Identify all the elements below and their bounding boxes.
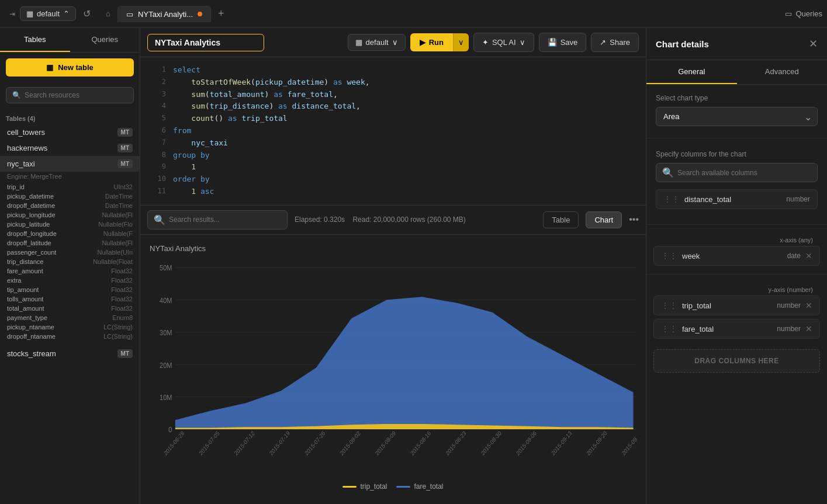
chart-details-tabs: General Advanced	[646, 60, 827, 85]
sql-ai-icon: ✦	[482, 38, 489, 47]
col-type-fare-total: number	[777, 325, 801, 333]
svg-text:10M: 10M	[160, 393, 172, 402]
run-dropdown-button[interactable]: ∨	[453, 33, 469, 51]
editor-area: ▦ default ∨ ▶ Run ∨ ✦ SQL AI ∨ 💾 Save	[140, 28, 646, 504]
table-item-stocks-stream[interactable]: stocks_stream MT	[0, 346, 140, 362]
remove-week-button[interactable]: ✕	[805, 251, 812, 260]
column-pickup-longitude: pickup_longitudeNullable(Fl	[7, 210, 133, 220]
select-chart-type-label: Select chart type	[656, 94, 818, 102]
run-icon: ▶	[420, 38, 425, 47]
col-item-fare-total[interactable]: ⋮⋮ fare_total number ✕	[653, 319, 820, 339]
tables-section-label: Tables (4)	[0, 110, 140, 124]
share-button[interactable]: ↗ Share	[591, 33, 639, 52]
sidebar-tab-tables[interactable]: Tables	[0, 28, 70, 52]
db-selector-toolbar[interactable]: ▦ default ∨	[348, 34, 406, 51]
column-list: trip_idUInt32 pickup_datetimeDateTime dr…	[0, 182, 140, 341]
col-search-icon: 🔍	[662, 167, 674, 178]
table-item-cell-towers[interactable]: cell_towers MT	[0, 124, 140, 140]
db-selector-area: ⇥ ▦ default ⌃ ↺	[5, 6, 98, 22]
share-icon: ↗	[600, 38, 606, 47]
chart-type-select[interactable]: Area Line Bar	[656, 107, 818, 126]
svg-text:2015-08-23: 2015-08-23	[445, 429, 468, 457]
chart-container: NYTaxi Analytics 50M 40M 30M 20M 10M	[140, 235, 646, 504]
save-icon: 💾	[548, 38, 557, 47]
chart-view-button[interactable]: Chart	[586, 211, 622, 228]
col-search-input[interactable]	[677, 169, 811, 177]
new-tab-button[interactable]: +	[212, 4, 230, 23]
code-line-11: 11 1 asc	[140, 186, 646, 198]
column-payment-type: payment_typeEnum8	[7, 313, 133, 322]
home-tab[interactable]: ⌂	[100, 6, 116, 22]
drag-columns-here[interactable]: DRAG COLUMNS HERE	[653, 349, 820, 373]
remove-trip-total-button[interactable]: ✕	[805, 301, 812, 310]
code-line-7: 7 nyc_taxi	[140, 137, 646, 150]
db-name-toolbar: default	[366, 38, 389, 47]
table-item-hackernews[interactable]: hackernews MT	[0, 140, 140, 156]
chart-title: NYTaxi Analytics	[150, 244, 636, 253]
refresh-button[interactable]: ↺	[81, 6, 93, 22]
db-icon: ▦	[26, 9, 33, 18]
db-name: default	[37, 9, 60, 18]
table-badge-hackernews: MT	[117, 144, 133, 152]
svg-text:2015-08-16: 2015-08-16	[409, 429, 432, 457]
share-label: Share	[610, 38, 630, 47]
code-editor[interactable]: 1 select 2 toStartOfWeek(pickup_datetime…	[140, 57, 646, 205]
db-selector[interactable]: ▦ default ⌃	[20, 6, 76, 21]
column-trip-id: trip_idUInt32	[7, 182, 133, 192]
col-item-distance-total[interactable]: ⋮⋮ distance_total number	[656, 189, 818, 209]
col-item-trip-total[interactable]: ⋮⋮ trip_total number ✕	[653, 296, 820, 315]
sql-ai-chevron: ∨	[520, 38, 525, 47]
search-resources-input[interactable]	[25, 91, 127, 99]
search-results-icon: 🔍	[154, 214, 165, 225]
col-name-trip-total: trip_total	[682, 301, 777, 310]
tab-doc-icon: ▭	[126, 10, 133, 19]
sidebar-tabs: Tables Queries	[0, 28, 140, 53]
tab-unsaved-dot	[198, 12, 202, 16]
code-line-1: 1 select	[140, 64, 646, 77]
new-table-label: New table	[58, 63, 94, 72]
search-results-input[interactable]	[169, 215, 281, 224]
chart-details-header: Chart details ✕	[646, 28, 827, 60]
remove-fare-total-button[interactable]: ✕	[805, 324, 812, 333]
queries-button[interactable]: ▭ Queries	[785, 9, 822, 18]
details-tab-general[interactable]: General	[646, 60, 737, 84]
query-title-input[interactable]	[147, 34, 264, 51]
x-axis-label: x-axis (any)	[653, 232, 820, 246]
column-dropoff-latitude: dropoff_latitudeNullable(Fl	[7, 238, 133, 248]
code-line-6: 6 from	[140, 125, 646, 137]
table-item-nyc-taxi[interactable]: nyc_taxi MT	[0, 156, 140, 172]
code-line-5: 5 count() as trip_total	[140, 113, 646, 125]
svg-text:0: 0	[168, 425, 172, 434]
more-options-button[interactable]: •••	[629, 214, 639, 225]
chart-type-wrapper: Area Line Bar	[656, 107, 818, 126]
db-icon-toolbar: ▦	[355, 38, 362, 47]
table-badge-stocks-stream: MT	[117, 349, 133, 358]
col-name-week: week	[682, 252, 787, 260]
save-button[interactable]: 💾 Save	[539, 33, 587, 52]
svg-text:2015-09-06: 2015-09-06	[515, 429, 538, 457]
col-item-week[interactable]: ⋮⋮ week date ✕	[653, 246, 820, 266]
close-chart-details-button[interactable]: ✕	[809, 37, 818, 50]
svg-text:2015-08-02: 2015-08-02	[339, 429, 362, 457]
table-view-button[interactable]: Table	[543, 211, 579, 228]
sidebar-tab-queries[interactable]: Queries	[70, 28, 140, 52]
svg-text:2015-09-20: 2015-09-20	[586, 429, 608, 457]
column-extra: extraFloat32	[7, 276, 133, 285]
svg-marker-12	[175, 297, 634, 429]
svg-text:50M: 50M	[160, 263, 172, 272]
svg-text:30M: 30M	[160, 328, 172, 337]
chart-wrapper: 50M 40M 30M 20M 10M 0 2015-06-28 2015-07…	[150, 260, 636, 475]
run-button[interactable]: ▶ Run	[410, 33, 453, 51]
sql-ai-button[interactable]: ✦ SQL AI ∨	[473, 33, 534, 52]
details-tab-advanced[interactable]: Advanced	[737, 60, 828, 84]
svg-text:2015-07-12: 2015-07-12	[233, 429, 256, 457]
column-passenger-count: passenger_countNullable(UIn	[7, 248, 133, 257]
code-line-4: 4 sum(trip_distance) as distance_total,	[140, 100, 646, 113]
query-tab[interactable]: ▭ NYTaxi Analyti...	[117, 6, 211, 22]
code-line-8: 8 group by	[140, 150, 646, 162]
code-line-10: 10 order by	[140, 173, 646, 186]
svg-text:2015-08-30: 2015-08-30	[480, 429, 503, 457]
new-table-button[interactable]: ▦ New table	[6, 58, 134, 77]
column-pickup-latitude: pickup_latitudeNullable(Flo	[7, 220, 133, 229]
column-total-amount: total_amountFloat32	[7, 304, 133, 313]
